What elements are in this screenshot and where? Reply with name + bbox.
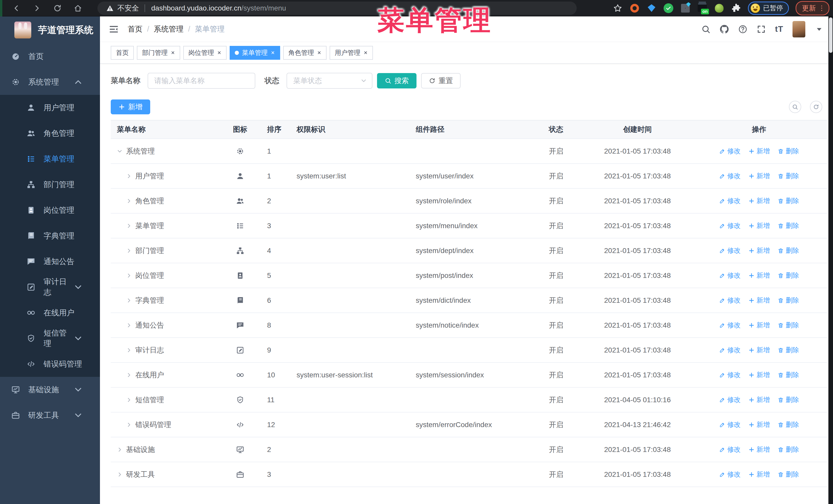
row-action-修改[interactable]: 修改: [719, 196, 741, 205]
address-bar[interactable]: 不安全 dashboard.yudao.iocoder.cn /system/m…: [97, 2, 577, 15]
row-action-新增[interactable]: 新增: [748, 221, 770, 230]
row-name-cell[interactable]: 角色管理: [111, 196, 221, 206]
sidebar-item-基础设施[interactable]: 基础设施: [0, 377, 100, 403]
sidebar-item-研发工具[interactable]: 研发工具: [0, 403, 100, 428]
row-name-cell[interactable]: 通知公告: [111, 320, 221, 330]
row-name-cell[interactable]: 研发工具: [111, 470, 221, 479]
row-action-新增[interactable]: 新增: [748, 445, 770, 454]
browser-menu-dots-icon[interactable]: ⋮: [818, 4, 825, 12]
bookmark-star-icon[interactable]: [613, 3, 623, 13]
fullscreen-icon[interactable]: [757, 25, 766, 34]
sidebar-item-错误码管理[interactable]: 错误码管理: [0, 351, 100, 377]
sidebar-item-角色管理[interactable]: 角色管理: [0, 120, 100, 146]
row-action-删除[interactable]: 删除: [778, 370, 799, 379]
row-action-修改[interactable]: 修改: [719, 321, 741, 330]
row-action-删除[interactable]: 删除: [778, 196, 799, 205]
scrollbar-thumb[interactable]: [829, 18, 832, 53]
row-action-修改[interactable]: 修改: [719, 246, 741, 255]
browser-update-button[interactable]: 更新 ⋮: [795, 1, 829, 16]
row-action-新增[interactable]: 新增: [748, 271, 770, 280]
add-button[interactable]: 新增: [111, 99, 150, 114]
row-action-新增[interactable]: 新增: [748, 470, 770, 479]
extension-green-check-icon[interactable]: [663, 3, 673, 13]
row-action-新增[interactable]: 新增: [748, 196, 770, 205]
row-action-修改[interactable]: 修改: [719, 395, 741, 404]
row-action-删除[interactable]: 删除: [778, 221, 799, 230]
browser-back-button[interactable]: [6, 2, 27, 15]
sidebar-item-短信管理[interactable]: 短信管理: [0, 326, 100, 351]
extension-grid-gem-icon[interactable]: [680, 3, 690, 13]
extension-onenote-icon[interactable]: on: [697, 3, 708, 13]
row-action-修改[interactable]: 修改: [719, 420, 741, 429]
row-action-修改[interactable]: 修改: [719, 147, 741, 155]
breadcrumb-system[interactable]: 系统管理: [154, 24, 184, 34]
header-search-icon[interactable]: [701, 25, 711, 34]
row-action-删除[interactable]: 删除: [778, 321, 799, 330]
sidebar-item-部门管理[interactable]: 部门管理: [0, 172, 100, 197]
row-name-cell[interactable]: 短信管理: [111, 395, 221, 405]
row-action-删除[interactable]: 删除: [778, 246, 799, 255]
row-name-cell[interactable]: 字典管理: [111, 295, 221, 305]
menu-name-input[interactable]: [148, 73, 255, 89]
row-name-cell[interactable]: 错误码管理: [111, 420, 221, 430]
row-action-修改[interactable]: 修改: [719, 445, 741, 454]
row-name-cell[interactable]: 部门管理: [111, 246, 221, 256]
row-action-新增[interactable]: 新增: [748, 171, 770, 181]
tab-岗位管理[interactable]: 岗位管理: [183, 46, 227, 60]
paused-extension-badge[interactable]: 已暂停: [748, 2, 789, 15]
row-action-删除[interactable]: 删除: [778, 296, 799, 305]
row-name-cell[interactable]: 岗位管理: [111, 271, 221, 281]
extensions-puzzle-icon[interactable]: [731, 3, 741, 13]
row-action-新增[interactable]: 新增: [748, 395, 770, 404]
row-action-删除[interactable]: 删除: [778, 147, 799, 155]
sidebar-item-字典管理[interactable]: 字典管理: [0, 223, 100, 249]
sidebar-item-首页[interactable]: 首页: [0, 44, 100, 69]
help-icon[interactable]: [738, 25, 747, 34]
font-size-icon[interactable]: tT: [775, 24, 783, 34]
row-action-删除[interactable]: 删除: [778, 470, 799, 479]
row-name-cell[interactable]: 审计日志: [111, 345, 221, 355]
row-action-修改[interactable]: 修改: [719, 370, 741, 379]
extension-green-bug-icon[interactable]: [714, 3, 724, 13]
sidebar-item-在线用户[interactable]: 在线用户: [0, 300, 100, 326]
row-action-删除[interactable]: 删除: [778, 420, 799, 429]
row-action-新增[interactable]: 新增: [748, 420, 770, 429]
row-name-cell[interactable]: 基础设施: [111, 445, 221, 455]
row-action-修改[interactable]: 修改: [719, 171, 741, 181]
sidebar-collapse-icon[interactable]: [109, 24, 119, 34]
row-action-删除[interactable]: 删除: [778, 345, 799, 355]
page-scrollbar[interactable]: [828, 17, 833, 504]
browser-forward-button[interactable]: [27, 2, 47, 15]
refresh-table-button[interactable]: [810, 101, 822, 113]
toggle-search-button[interactable]: [789, 101, 801, 113]
tab-部门管理[interactable]: 部门管理: [137, 46, 180, 60]
row-action-新增[interactable]: 新增: [748, 246, 770, 255]
search-button[interactable]: 搜索: [377, 73, 416, 89]
extension-blue-gem-icon[interactable]: [646, 3, 657, 13]
row-action-修改[interactable]: 修改: [719, 271, 741, 280]
row-action-修改[interactable]: 修改: [719, 470, 741, 479]
row-action-删除[interactable]: 删除: [778, 445, 799, 454]
row-action-新增[interactable]: 新增: [748, 147, 770, 155]
status-select[interactable]: 菜单状态: [287, 73, 373, 89]
row-action-新增[interactable]: 新增: [748, 296, 770, 305]
app-logo[interactable]: 芋道管理系统: [0, 17, 100, 44]
breadcrumb-home[interactable]: 首页: [128, 24, 143, 34]
avatar-caret-down-icon[interactable]: [814, 25, 824, 34]
row-action-新增[interactable]: 新增: [748, 321, 770, 330]
row-action-修改[interactable]: 修改: [719, 345, 741, 355]
sidebar-item-岗位管理[interactable]: 岗位管理: [0, 197, 100, 223]
row-name-cell[interactable]: 菜单管理: [111, 221, 221, 231]
browser-reload-button[interactable]: [47, 2, 68, 15]
row-action-新增[interactable]: 新增: [748, 370, 770, 379]
row-action-新增[interactable]: 新增: [748, 345, 770, 355]
reset-button[interactable]: 重置: [421, 73, 460, 89]
row-action-修改[interactable]: 修改: [719, 221, 741, 230]
row-name-cell[interactable]: 用户管理: [111, 171, 221, 181]
sidebar-item-审计日志[interactable]: 审计日志: [0, 274, 100, 300]
user-avatar[interactable]: [792, 21, 805, 38]
row-action-修改[interactable]: 修改: [719, 296, 741, 305]
github-icon[interactable]: [720, 25, 729, 34]
extension-orange-ring-icon[interactable]: [629, 3, 640, 13]
browser-home-button[interactable]: [68, 2, 88, 15]
